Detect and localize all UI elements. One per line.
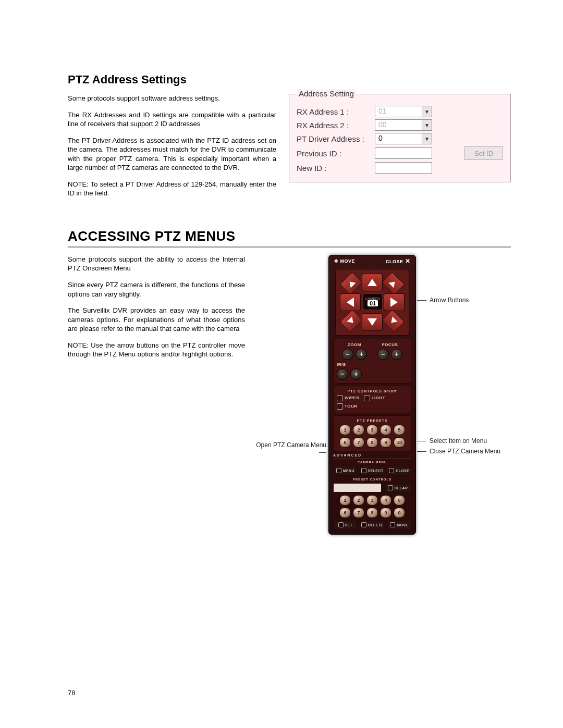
arrow-down-right-button[interactable]: [382, 310, 405, 332]
focus-in-button[interactable]: +: [391, 349, 402, 360]
rx-address-2-combo[interactable]: 00 ▼: [375, 119, 432, 131]
callout-close-menu: Close PTZ Camera Menu: [417, 448, 500, 455]
preset-num-button[interactable]: 8: [366, 508, 378, 518]
checkbox-icon: [336, 468, 341, 473]
preset-set-button[interactable]: SET: [333, 520, 358, 530]
preset-button[interactable]: 7: [353, 437, 364, 448]
arrow-right-button[interactable]: [384, 293, 405, 311]
ptz-address-text: Some protocols support software address …: [68, 94, 276, 205]
preset-num-button[interactable]: 0: [394, 508, 405, 518]
zoom-out-button[interactable]: −: [342, 349, 353, 360]
preset-button[interactable]: 6: [339, 437, 351, 448]
checkbox-icon: [390, 522, 395, 527]
para: The RX Addresses and ID settings are com…: [68, 110, 276, 129]
preset-num-button[interactable]: 1: [339, 495, 351, 505]
preset-clear-button[interactable]: CLEAR: [384, 483, 411, 493]
ptdrv-value: 0: [375, 133, 422, 144]
para: NOTE: To select a PT Driver Address of 1…: [68, 180, 276, 198]
preset-move-button[interactable]: MOVE: [387, 520, 411, 530]
preset-button[interactable]: 2: [353, 425, 364, 435]
ptdrv-label: PT Driver Address :: [297, 134, 375, 143]
para: Some protocols support the ability to ac…: [68, 255, 245, 273]
address-setting-panel: Address Setting RX Address 1 : 01 ▼ RX A…: [289, 94, 511, 182]
iris-open-button[interactable]: +: [350, 368, 362, 380]
chevron-down-icon[interactable]: ▼: [422, 133, 432, 144]
checkbox-icon: [338, 522, 344, 527]
camera-display: CAMERA 01: [363, 293, 383, 310]
callout-select-item: Select Item on Menu: [417, 437, 487, 445]
preset-button[interactable]: 1: [339, 425, 351, 435]
preset-num-button[interactable]: 6: [339, 508, 351, 518]
ptz-controls-title: PTZ CONTROLS on/off: [337, 389, 408, 393]
rx1-label: RX Address 1 :: [297, 107, 375, 116]
zoom-label: ZOOM: [348, 342, 361, 347]
close-icon: ✕: [405, 257, 411, 265]
preset-button[interactable]: 10: [394, 437, 405, 448]
close-button[interactable]: CLOSE ✕: [386, 257, 410, 265]
callout-open-menu: Open PTZ Camera Menu: [253, 441, 326, 456]
preset-button[interactable]: 5: [394, 425, 405, 435]
checkbox-icon: [361, 522, 366, 527]
preset-button[interactable]: 3: [366, 425, 378, 435]
para: Some protocols support software address …: [68, 94, 276, 103]
preset-num-button[interactable]: 2: [353, 495, 364, 505]
checkbox-icon: [337, 395, 343, 401]
arrow-up-left-button[interactable]: [340, 272, 363, 295]
new-id-input[interactable]: [375, 162, 432, 174]
set-id-button[interactable]: Set ID: [464, 146, 503, 160]
callout-arrow-buttons: Arrow Buttons: [417, 297, 469, 304]
preset-button[interactable]: 9: [380, 437, 391, 448]
rx-address-1-combo[interactable]: 01 ▼: [375, 106, 432, 117]
checkbox-icon: [337, 403, 343, 410]
light-toggle[interactable]: LIGHT: [364, 395, 386, 401]
zoom-in-button[interactable]: +: [356, 349, 367, 360]
arrow-down-left-button[interactable]: [340, 310, 363, 332]
preset-button[interactable]: 8: [366, 437, 378, 448]
arrow-left-button[interactable]: [340, 293, 361, 311]
ptz-controller: ✥ MOVE CLOSE ✕ CAMERA 01: [328, 255, 416, 535]
heading-ptz-address: PTZ Address Settings: [68, 73, 511, 87]
ptz-presets-group: PTZ PRESETS 1 2 3 4 5 6 7 8 9 10: [333, 415, 411, 451]
preset-delete-button[interactable]: DELETE: [360, 520, 385, 530]
chevron-down-icon[interactable]: ▼: [422, 120, 432, 130]
ptz-controls-group: PTZ CONTROLS on/off WIPER LIGHT TOUR: [333, 386, 411, 413]
advanced-section: ADVANCED CAMERA MENU MENU SELECT CLOSE P…: [333, 453, 411, 518]
accessing-text: Some protocols support the ability to ac…: [68, 255, 245, 366]
tour-toggle[interactable]: TOUR: [337, 403, 358, 410]
iris-close-button[interactable]: −: [337, 368, 348, 380]
chevron-down-icon[interactable]: ▼: [422, 106, 432, 117]
new-id-label: New ID :: [297, 164, 375, 172]
divider: [333, 459, 411, 459]
zoom-focus-group: ZOOM − + FOCUS − +: [333, 339, 411, 384]
preset-button[interactable]: 4: [380, 425, 391, 435]
preset-num-button[interactable]: 7: [353, 508, 364, 518]
camera-menu-close-button[interactable]: CLOSE: [387, 466, 411, 476]
move-handle[interactable]: ✥ MOVE: [334, 258, 355, 264]
preset-input[interactable]: [333, 483, 382, 492]
preset-num-button[interactable]: 9: [380, 508, 391, 518]
rx2-label: RX Address 2 :: [297, 121, 375, 130]
arrow-up-button[interactable]: [362, 274, 383, 291]
camera-menu-select-button[interactable]: SELECT: [360, 466, 385, 476]
arrow-up-right-button[interactable]: [382, 272, 405, 295]
preset-num-button[interactable]: 3: [366, 495, 378, 505]
wiper-toggle[interactable]: WIPER: [337, 395, 360, 401]
para: The PT Driver Address is associated with…: [68, 136, 276, 172]
rx2-value: 00: [375, 120, 422, 130]
preset-num-button[interactable]: 5: [394, 495, 405, 505]
prev-id-label: Previous ID :: [297, 149, 375, 158]
direction-pad: CAMERA 01: [335, 269, 409, 336]
checkbox-icon: [389, 468, 394, 473]
fieldset-legend: Address Setting: [297, 89, 356, 98]
page-number: 78: [68, 689, 75, 697]
ptz-presets-title: PTZ PRESETS: [337, 419, 408, 423]
previous-id-input[interactable]: [375, 147, 432, 159]
checkbox-icon: [364, 395, 370, 401]
iris-label: IRIS: [337, 362, 346, 367]
pt-driver-address-combo[interactable]: 0 ▼: [375, 133, 432, 144]
rx1-value: 01: [375, 106, 422, 117]
preset-num-button[interactable]: 4: [380, 495, 391, 505]
camera-menu-open-button[interactable]: MENU: [333, 466, 358, 476]
arrow-down-button[interactable]: [362, 313, 383, 331]
focus-out-button[interactable]: −: [377, 349, 389, 360]
